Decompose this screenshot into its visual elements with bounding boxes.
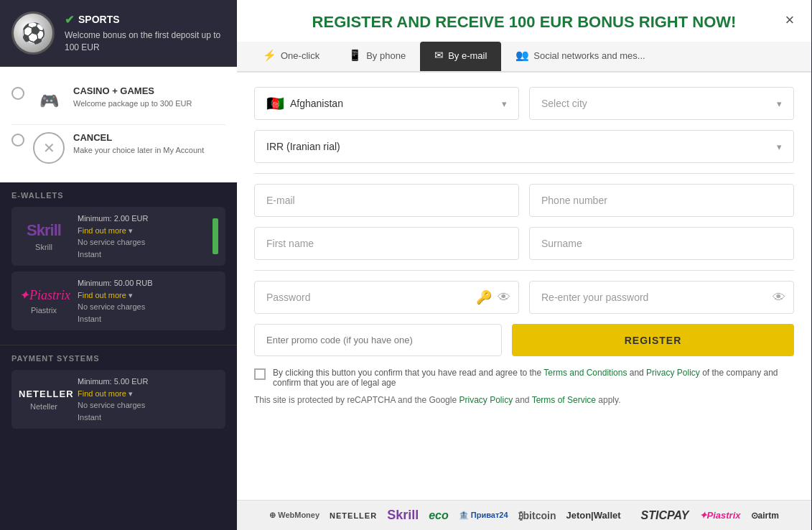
surname-input[interactable] <box>529 227 794 260</box>
phone-input[interactable] <box>529 184 794 217</box>
piastrix-info: Minimum: 50.00 RUB Find out more ▾ No se… <box>78 277 218 325</box>
payments-label: PAYMENT SYSTEMS <box>11 354 225 363</box>
promo-input[interactable] <box>254 324 502 356</box>
bottom-payments: ⊕ WebMoney NETELLER Skrill eco 🏦 Приват2… <box>237 500 811 530</box>
recaptcha-tos-link[interactable]: Terms of Service <box>532 395 596 405</box>
bolt-icon: ⚡ <box>263 49 276 62</box>
cancel-title: CANCEL <box>73 132 204 143</box>
sports-desc: Welcome bonus on the first deposit up to… <box>65 29 225 54</box>
sidebar-options-panel: 🎮 CASINO + GAMES Welcome package up to 3… <box>0 67 237 182</box>
firstname-input[interactable] <box>254 227 519 260</box>
list-item[interactable]: ✦Piastrix Piastrix Minimum: 50.00 RUB Fi… <box>11 271 225 330</box>
terms-checkbox[interactable] <box>254 368 266 380</box>
firstname-field <box>254 227 519 260</box>
currency-chevron-icon: ▾ <box>777 141 782 152</box>
tab-byemail[interactable]: ✉ By e-mail <box>420 42 501 71</box>
phone-icon: 📱 <box>348 49 362 62</box>
close-button[interactable]: × <box>780 10 800 30</box>
tab-social-label: Social networks and mes... <box>533 50 645 61</box>
eco-logo: eco <box>429 509 449 522</box>
registration-modal: REGISTER AND RECEIVE 100 EUR BONUS RIGHT… <box>237 0 811 530</box>
country-flag: 🇦🇫 <box>266 95 284 112</box>
neteller-info: Minimum: 5.00 EUR Find out more ▾ No ser… <box>78 376 218 423</box>
password-row: 🔑 👁 👁 <box>254 281 794 314</box>
sidebar-item-cancel[interactable]: ✕ CANCEL Make your choice later in My Ac… <box>11 124 225 171</box>
promo-register-row: REGISTER <box>254 324 794 356</box>
check-icon: ✔ <box>65 13 74 27</box>
piastrix-name: Piastrix <box>19 306 69 315</box>
email-input[interactable] <box>254 184 519 217</box>
neteller-findout[interactable]: Find out more <box>78 389 126 398</box>
skrill-speed: Instant <box>78 248 204 261</box>
piastrix-bottom-logo: ✦Piastrix <box>699 510 741 521</box>
tab-byphone[interactable]: 📱 By phone <box>334 42 420 71</box>
sticpay-logo: STICPAY <box>641 509 689 522</box>
social-icon: 👥 <box>515 49 529 62</box>
skrill-bottom-logo: Skrill <box>387 508 419 523</box>
skrill-findout[interactable]: Find out more <box>78 226 126 235</box>
recaptcha-privacy-link[interactable]: Privacy Policy <box>459 395 513 405</box>
neteller-charges: No service charges <box>78 399 218 412</box>
list-item[interactable]: Skrill Skrill Minimum: 2.00 EUR Find out… <box>11 207 225 266</box>
country-select[interactable]: 🇦🇫 Afghanistan ▾ <box>254 87 519 120</box>
country-select-wrapper: 🇦🇫 Afghanistan ▾ <box>254 87 519 120</box>
cancel-radio[interactable] <box>11 134 24 147</box>
privat-logo: 🏦 Приват24 <box>459 511 508 520</box>
register-button[interactable]: REGISTER <box>512 324 794 356</box>
casino-radio[interactable] <box>11 87 24 100</box>
sports-ball-icon: ⚽ <box>11 11 55 55</box>
repassword-input[interactable] <box>529 281 794 314</box>
eye-slash-icon[interactable]: 👁 <box>773 290 785 305</box>
terms-link2[interactable]: Privacy Policy <box>646 368 700 378</box>
email-icon: ✉ <box>434 49 444 62</box>
name-row <box>254 227 794 260</box>
city-chevron-icon: ▾ <box>777 98 782 109</box>
terms-text: By clicking this button you confirm that… <box>273 368 794 388</box>
sidebar-item-casino[interactable]: 🎮 CASINO + GAMES Welcome package up to 3… <box>11 78 225 124</box>
city-select[interactable]: Select city ▾ <box>529 87 794 120</box>
repassword-icons: 👁 <box>773 290 785 305</box>
modal-title: REGISTER AND RECEIVE 100 EUR BONUS RIGHT… <box>254 13 794 32</box>
neteller-name: Neteller <box>19 402 69 411</box>
city-placeholder: Select city <box>541 98 771 109</box>
divider <box>254 173 794 174</box>
email-phone-row <box>254 184 794 217</box>
promo-field <box>254 324 502 356</box>
green-bar <box>213 218 218 254</box>
piastrix-min: Minimum: 50.00 RUB <box>78 277 218 289</box>
terms-link1[interactable]: Terms and Conditions <box>543 368 627 378</box>
cancel-desc: Make your choice later in My Account <box>73 145 204 156</box>
currency-row: IRR (Iranian rial) ▾ <box>254 130 794 163</box>
email-field <box>254 184 519 217</box>
skrill-min: Minimum: 2.00 EUR <box>78 213 204 225</box>
bitcoin-logo: ₿bitcoin <box>518 510 556 521</box>
sports-text: ✔ SPORTS Welcome bonus on the first depo… <box>65 13 225 54</box>
phone-field <box>529 184 794 217</box>
eye-icon[interactable]: 👁 <box>498 290 510 305</box>
list-item[interactable]: NETELLER Neteller Minimum: 5.00 EUR Find… <box>11 370 225 429</box>
currency-select-wrapper: IRR (Iranian rial) ▾ <box>254 130 794 163</box>
skrill-logo: Skrill Skrill <box>19 221 69 251</box>
currency-name: IRR (Iranian rial) <box>266 141 771 152</box>
currency-select[interactable]: IRR (Iranian rial) ▾ <box>254 130 794 163</box>
country-city-row: 🇦🇫 Afghanistan ▾ Select city ▾ <box>254 87 794 120</box>
sidebar-ewallets: E-WALLETS Skrill Skrill Minimum: 2.00 EU… <box>0 182 237 345</box>
sports-title: ✔ SPORTS <box>65 13 225 27</box>
piastrix-findout[interactable]: Find out more <box>78 291 126 299</box>
neteller-bottom-logo: NETELLER <box>330 511 377 520</box>
repassword-field: 👁 <box>529 281 794 314</box>
tab-byemail-label: By e-mail <box>448 50 487 61</box>
password-icons: 🔑 👁 <box>476 289 510 305</box>
neteller-min: Minimum: 5.00 EUR <box>78 376 218 388</box>
webmoney-logo: ⊕ WebMoney <box>269 511 319 520</box>
tab-oneclick[interactable]: ⚡ One-click <box>248 42 334 71</box>
casino-desc: Welcome package up to 300 EUR <box>73 98 192 109</box>
casino-title: CASINO + GAMES <box>73 85 192 96</box>
cancel-icon: ✕ <box>33 132 65 164</box>
airtm-logo: ⊙airtm <box>751 511 779 521</box>
tab-byphone-label: By phone <box>366 50 406 61</box>
sidebar: ⚽ ✔ SPORTS Welcome bonus on the first de… <box>0 0 237 530</box>
sidebar-sports-item[interactable]: ⚽ ✔ SPORTS Welcome bonus on the first de… <box>0 0 237 67</box>
cancel-text: CANCEL Make your choice later in My Acco… <box>73 132 204 156</box>
tab-social[interactable]: 👥 Social networks and mes... <box>501 42 659 71</box>
